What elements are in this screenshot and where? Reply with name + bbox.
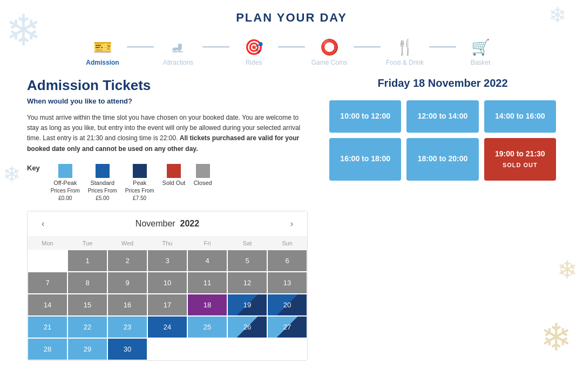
step-label-food-drink: Food & Drink: [386, 59, 424, 66]
key-item-closed: Closed: [193, 164, 212, 186]
time-slot-6: 19:00 to 21:30 SOLD OUT: [484, 138, 556, 181]
standard-price: £5.00: [96, 195, 109, 201]
calendar-day-23[interactable]: 23: [107, 316, 147, 338]
calendar-day-12: 12: [227, 272, 267, 294]
time-slots-grid: 10:00 to 12:00 12:00 to 14:00 14:00 to 1…: [329, 100, 556, 181]
calendar-day: [227, 338, 267, 360]
step-food-drink[interactable]: 🍴 Food & Drink: [381, 38, 429, 66]
calendar-day-26[interactable]: 26: [227, 316, 267, 338]
time-slot-2[interactable]: 12:00 to 14:00: [406, 100, 478, 133]
basket-icon: 🛒: [471, 38, 490, 56]
step-divider: [278, 46, 305, 47]
calendar-day-27[interactable]: 27: [267, 316, 307, 338]
step-divider: [127, 46, 154, 47]
calendar-day-15: 15: [67, 294, 107, 316]
calendar-day-25[interactable]: 25: [187, 316, 227, 338]
calendar-day: [267, 338, 307, 360]
calendar-day-29[interactable]: 29: [67, 338, 107, 360]
calendar-grid: 1234567891011121314151617181920212223242…: [28, 250, 307, 360]
closed-swatch: [196, 164, 210, 178]
left-panel: Admission Tickets When would you like to…: [27, 77, 308, 361]
step-label-rides: Rides: [246, 59, 262, 66]
standard-swatch: [96, 164, 110, 178]
key-section: Key Off-Peak Prices From £0.00 Standard …: [27, 164, 308, 201]
admission-description: You must arrive within the time slot you…: [27, 113, 308, 154]
step-divider: [202, 46, 229, 47]
sold-out-text: SOLD OUT: [490, 161, 551, 169]
step-divider: [429, 46, 456, 47]
time-slot-4[interactable]: 16:00 to 18:00: [329, 138, 401, 181]
calendar-days-header: Mon Tue Wed Thu Fri Sat Sun: [28, 237, 307, 250]
calendar-month-year: November 2022: [135, 219, 199, 229]
peak-swatch: [133, 164, 147, 178]
calendar-day-14: 14: [28, 294, 67, 316]
calendar-day-2: 2: [107, 250, 147, 272]
step-game-coins[interactable]: ⭕ Game Coins: [305, 38, 354, 66]
calendar-day-21[interactable]: 21: [28, 316, 67, 338]
prev-month-button[interactable]: ‹: [38, 218, 48, 230]
calendar-day-10: 10: [147, 272, 187, 294]
admission-icon: 🎫: [93, 38, 112, 56]
off-peak-label: Off-Peak: [53, 180, 77, 186]
key-item-peak: Peak Prices From £7.50: [125, 164, 154, 201]
off-peak-swatch: [58, 164, 72, 178]
day-fri: Fri: [187, 237, 227, 250]
step-label-attractions: Attractions: [163, 59, 194, 66]
time-slot-5[interactable]: 18:00 to 20:00: [406, 138, 478, 181]
day-tue: Tue: [67, 237, 107, 250]
calendar-day-11: 11: [187, 272, 227, 294]
peak-label: Peak: [133, 180, 146, 186]
sold-out-label: Sold Out: [162, 180, 186, 186]
calendar-day-28[interactable]: 28: [28, 338, 67, 360]
calendar-day-19[interactable]: 19: [227, 294, 267, 316]
off-peak-price-label: Prices From: [51, 188, 80, 194]
step-admission[interactable]: 🎫 Admission: [78, 38, 127, 66]
time-slot-3[interactable]: 14:00 to 16:00: [484, 100, 556, 133]
calendar-day-9: 9: [107, 272, 147, 294]
step-navigation: 🎫 Admission ⛸ Attractions 🎯 Rides ⭕ Game…: [0, 33, 583, 77]
admission-title: Admission Tickets: [27, 77, 308, 94]
step-label-game-coins: Game Coins: [311, 59, 348, 66]
calendar-day-17: 17: [147, 294, 187, 316]
calendar-day-4: 4: [187, 250, 227, 272]
calendar: ‹ November 2022 › Mon Tue Wed Thu Fri Sa…: [27, 211, 308, 361]
attractions-icon: ⛸: [171, 38, 186, 56]
right-panel: Friday 18 November 2022 10:00 to 12:00 1…: [329, 77, 556, 361]
time-slot-1[interactable]: 10:00 to 12:00: [329, 100, 401, 133]
calendar-day-16: 16: [107, 294, 147, 316]
day-mon: Mon: [28, 237, 67, 250]
step-label-basket: Basket: [471, 59, 491, 66]
key-title: Key: [27, 164, 40, 172]
calendar-day-22[interactable]: 22: [67, 316, 107, 338]
day-sat: Sat: [227, 237, 267, 250]
step-rides[interactable]: 🎯 Rides: [229, 38, 278, 66]
calendar-header: ‹ November 2022 ›: [28, 211, 307, 237]
calendar-day-7: 7: [28, 272, 67, 294]
day-thu: Thu: [147, 237, 187, 250]
calendar-day-30[interactable]: 30: [107, 338, 147, 360]
calendar-day-3: 3: [147, 250, 187, 272]
key-item-sold-out: Sold Out: [162, 164, 186, 186]
game-coins-icon: ⭕: [320, 38, 339, 56]
key-items: Off-Peak Prices From £0.00 Standard Pric…: [51, 164, 212, 201]
food-drink-icon: 🍴: [396, 38, 415, 56]
calendar-year: 2022: [180, 219, 200, 228]
standard-label: Standard: [90, 180, 114, 186]
calendar-day: [187, 338, 227, 360]
step-basket[interactable]: 🛒 Basket: [456, 38, 505, 66]
calendar-day-20[interactable]: 20: [267, 294, 307, 316]
sold-out-swatch: [167, 164, 181, 178]
next-month-button[interactable]: ›: [287, 218, 296, 230]
calendar-day: [147, 338, 187, 360]
page-title: PLAN YOUR DAY: [0, 0, 583, 33]
calendar-day-18[interactable]: 18: [187, 294, 227, 316]
step-label-admission: Admission: [86, 59, 119, 66]
calendar-day-5: 5: [227, 250, 267, 272]
calendar-day-24[interactable]: 24: [147, 316, 187, 338]
day-wed: Wed: [107, 237, 147, 250]
step-attractions[interactable]: ⛸ Attractions: [154, 38, 202, 66]
admission-subtitle: When would you like to attend?: [27, 97, 308, 105]
calendar-day-6: 6: [267, 250, 307, 272]
sold-out-time: 19:00 to 21:30: [495, 149, 545, 158]
key-item-standard: Standard Prices From £5.00: [88, 164, 117, 201]
